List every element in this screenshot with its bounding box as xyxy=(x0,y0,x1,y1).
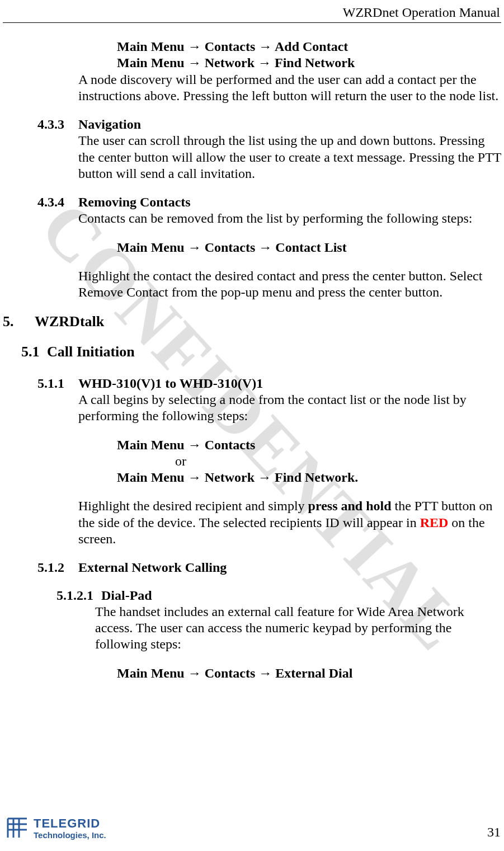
sec-5121-body: The handset includes an external call fe… xyxy=(95,604,501,653)
sec-511-body1: A call begins by selecting a node from t… xyxy=(78,392,501,425)
section-title: Call Initiation xyxy=(47,343,135,361)
section-5121-heading: 5.1.2.1 Dial-Pad xyxy=(56,587,501,604)
sec-511-body2: Highlight the desired recipient and simp… xyxy=(78,498,501,547)
logo-text: TELEGRID Technologies, Inc. xyxy=(34,817,106,839)
logo-line2: Technologies, Inc. xyxy=(34,831,106,839)
header-title: WZRDnet Operation Manual xyxy=(3,5,501,23)
sec-432-body: A node discovery will be performed and t… xyxy=(78,72,501,105)
section-title: WHD-310(V)1 to WHD-310(V)1 xyxy=(78,375,263,392)
nav-path-find-network-2: Main Menu → Network → Find Network. xyxy=(117,469,501,486)
company-logo: TELEGRID Technologies, Inc. xyxy=(6,816,106,840)
section-title: WZRDtalk xyxy=(35,313,104,331)
section-title: External Network Calling xyxy=(78,560,227,576)
section-title: Dial-Pad xyxy=(101,587,152,604)
nav-path-external-dial: Main Menu → Contacts → External Dial xyxy=(117,665,501,681)
section-number: 4.3.4 xyxy=(37,194,78,210)
logo-line1: TELEGRID xyxy=(34,817,106,830)
section-number: 5. xyxy=(3,313,35,331)
section-512-heading: 5.1.2 External Network Calling xyxy=(37,560,501,576)
section-434-heading: 4.3.4 Removing Contacts xyxy=(37,194,501,210)
page: CONFIDENTIAL WZRDnet Operation Manual Ma… xyxy=(0,0,504,851)
section-title: Removing Contacts xyxy=(78,194,191,210)
logo-icon xyxy=(6,816,29,840)
section-number: 5.1.2.1 xyxy=(56,587,101,604)
section-title: Navigation xyxy=(78,116,141,133)
section-number: 4.3.3 xyxy=(37,116,78,133)
nav-path-contact-list: Main Menu → Contacts → Contact List xyxy=(117,239,501,256)
section-5-heading: 5. WZRDtalk xyxy=(3,313,501,331)
section-511-heading: 5.1.1 WHD-310(V)1 to WHD-310(V)1 xyxy=(37,375,501,392)
section-number: 5.1.2 xyxy=(37,560,78,576)
bold-text: press and hold xyxy=(308,499,392,513)
nav-path-contacts: Main Menu → Contacts xyxy=(117,437,501,453)
sec-434-body1: Contacts can be removed from the list by… xyxy=(78,210,501,227)
nav-path-add-contact: Main Menu → Contacts → Add Contact xyxy=(117,39,501,55)
or-label: or xyxy=(175,453,501,469)
sec-433-body: The user can scroll through the list usi… xyxy=(78,133,501,182)
footer: TELEGRID Technologies, Inc. 31 xyxy=(6,816,501,840)
section-433-heading: 4.3.3 Navigation xyxy=(37,116,501,133)
page-number: 31 xyxy=(487,825,501,840)
section-51-heading: 5.1 Call Initiation xyxy=(21,343,501,361)
section-number: 5.1 xyxy=(21,343,47,361)
red-text: RED xyxy=(420,515,449,530)
sec-434-body2: Highlight the contact the desired contac… xyxy=(78,268,501,301)
section-number: 5.1.1 xyxy=(37,375,78,392)
content: Main Menu → Contacts → Add Contact Main … xyxy=(3,23,501,681)
text: Highlight the desired recipient and simp… xyxy=(78,499,308,513)
nav-path-find-network: Main Menu → Network → Find Network xyxy=(117,55,501,71)
